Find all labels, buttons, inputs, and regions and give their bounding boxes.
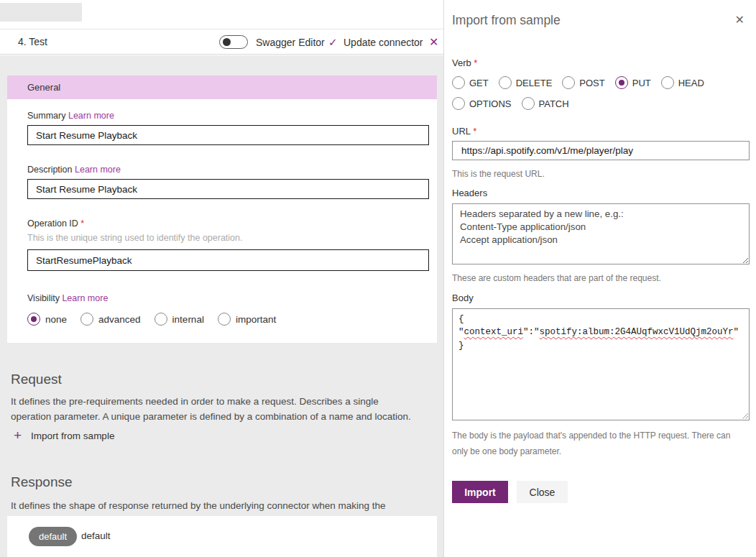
panel-buttons: Import Close <box>452 481 749 503</box>
connector-editor-pane: › 4. Test Swagger Editor ✓ Update connec… <box>0 0 443 557</box>
close-button[interactable]: Close <box>517 481 568 503</box>
visibility-learn-more-link[interactable]: Learn more <box>62 293 108 303</box>
visibility-radio-internal[interactable]: internal <box>155 313 204 326</box>
headers-textarea[interactable] <box>452 203 750 264</box>
step-title: 4. Test <box>18 36 47 47</box>
radio-icon <box>80 313 93 326</box>
body-help: The body is the payload that's appended … <box>452 428 739 461</box>
summary-input[interactable] <box>27 125 429 145</box>
response-section-title: Response <box>11 474 73 490</box>
radio-icon <box>499 76 512 89</box>
general-section-header[interactable]: General <box>7 75 437 99</box>
body-textarea[interactable]: { "context_uri":"spotify:album:2G4AUqfwx… <box>452 308 750 420</box>
connector-editor: › 4. Test Swagger Editor ✓ Update connec… <box>0 0 756 557</box>
general-card-body: Summary Learn more Description Learn mor… <box>7 99 437 326</box>
editor-body: General Summary Learn more Description L… <box>0 55 443 557</box>
body-token-context-uri: context_uri <box>464 327 524 337</box>
panel-header: Import from sample ✕ <box>452 13 749 28</box>
radio-icon <box>452 76 465 89</box>
plus-icon: + <box>14 428 22 443</box>
visibility-radio-none[interactable]: none <box>27 313 67 326</box>
verb-radio-options[interactable]: OPTIONS <box>452 97 512 110</box>
swagger-editor-toggle[interactable] <box>219 35 248 49</box>
url-input[interactable] <box>452 141 750 160</box>
general-card: General Summary Learn more Description L… <box>7 75 437 343</box>
headers-label: Headers <box>452 188 749 198</box>
top-tab-stub[interactable] <box>0 3 82 22</box>
body-line-2: "context_uri":"spotify:album:2G4AUqfwxcV… <box>458 326 743 339</box>
response-default-badge[interactable]: default <box>29 527 77 546</box>
required-asterisk: * <box>80 218 84 229</box>
check-icon: ✓ <box>328 36 338 49</box>
verb-label: Verb * <box>452 57 749 68</box>
radio-icon <box>615 76 628 89</box>
description-label: Description Learn more <box>27 165 417 175</box>
body-line-1: { <box>458 313 743 326</box>
verb-radio-get[interactable]: GET <box>452 76 489 89</box>
operation-id-input[interactable] <box>27 249 429 271</box>
radio-icon <box>522 97 535 110</box>
radio-icon <box>562 76 575 89</box>
request-section-description: It defines the pre-requirements needed i… <box>11 395 418 425</box>
visibility-radio-group: none advanced internal important <box>27 313 417 326</box>
verb-radio-head[interactable]: HEAD <box>661 76 704 89</box>
visibility-label: Visibility Learn more <box>27 293 417 303</box>
body-line-3: } <box>458 339 743 353</box>
radio-icon <box>661 76 674 89</box>
operation-id-label: Operation ID * <box>27 218 417 229</box>
visibility-radio-important[interactable]: important <box>218 313 276 326</box>
description-learn-more-link[interactable]: Learn more <box>75 165 121 175</box>
request-section-title: Request <box>11 372 62 387</box>
import-from-sample-panel: Import from sample ✕ Verb * GET DELETE P… <box>443 0 756 557</box>
visibility-radio-advanced[interactable]: advanced <box>80 313 141 326</box>
radio-icon <box>452 97 465 110</box>
url-label: URL * <box>452 126 749 137</box>
close-icon[interactable]: ✕ <box>429 35 438 49</box>
summary-learn-more-link[interactable]: Learn more <box>68 111 114 121</box>
import-from-sample-link[interactable]: + Import from sample <box>14 428 114 443</box>
panel-title: Import from sample <box>452 13 561 28</box>
import-button[interactable]: Import <box>452 481 508 503</box>
response-list: default default <box>7 516 437 557</box>
verb-radio-post[interactable]: POST <box>562 76 604 89</box>
body-token-spotify-uri: spotify:album:2G4AUqfwxcV1UdQjm2ouYr <box>540 327 734 337</box>
toggle-knob <box>223 38 231 46</box>
radio-icon <box>218 313 231 326</box>
close-icon[interactable]: ✕ <box>735 13 745 27</box>
step-toolbar: › 4. Test Swagger Editor ✓ Update connec… <box>0 29 443 55</box>
required-asterisk: * <box>474 57 477 68</box>
operation-id-help: This is the unique string used to identi… <box>27 233 417 243</box>
radio-icon <box>155 313 167 326</box>
summary-label: Summary Learn more <box>27 111 417 121</box>
description-input[interactable] <box>27 179 429 199</box>
body-label: Body <box>452 293 749 303</box>
verb-radio-group: GET DELETE POST PUT HEAD <box>452 76 749 110</box>
swagger-editor-label: Swagger Editor <box>256 37 325 48</box>
verb-radio-delete[interactable]: DELETE <box>499 76 553 89</box>
verb-radio-patch[interactable]: PATCH <box>522 97 569 110</box>
radio-icon <box>27 313 40 326</box>
required-asterisk: * <box>473 126 476 137</box>
url-help: This is the request URL. <box>452 166 749 183</box>
headers-help: These are custom headers that are part o… <box>452 270 749 287</box>
response-default-label: default <box>81 530 111 541</box>
update-connector-button[interactable]: Update connector <box>344 37 423 48</box>
verb-radio-put[interactable]: PUT <box>615 76 651 89</box>
